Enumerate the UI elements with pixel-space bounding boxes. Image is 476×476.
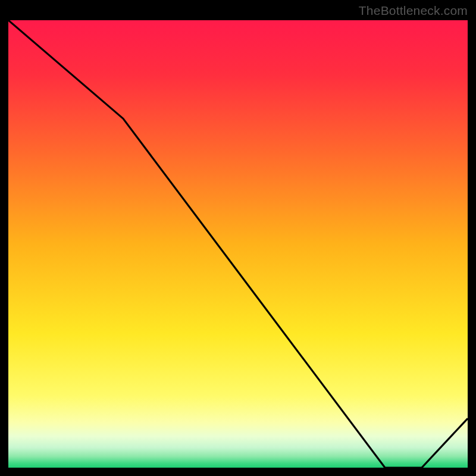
chart-frame <box>6 20 470 470</box>
plot-area <box>8 20 468 468</box>
watermark-text: TheBottleneck.com <box>359 4 468 18</box>
data-line <box>8 20 468 468</box>
